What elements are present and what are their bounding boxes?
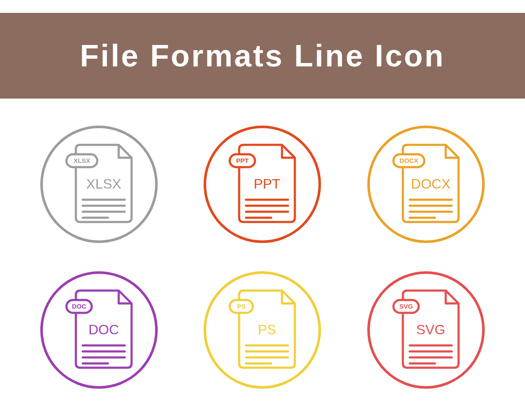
file-format-icon: PPTPPT — [202, 124, 322, 244]
file-icon-xlsx: XLSXXLSX — [39, 124, 159, 244]
file-tag-label: PS — [237, 303, 246, 310]
file-format-icon: SVGSVG — [366, 270, 486, 390]
file-tag-label: SVG — [399, 303, 413, 310]
file-icon-docx: DOCXDOCX — [366, 124, 486, 244]
file-format-icon: XLSXXLSX — [39, 124, 159, 244]
file-icon-ppt: PPTPPT — [202, 124, 322, 244]
file-tag-label: XLSX — [73, 157, 90, 164]
file-format-label: DOC — [88, 322, 119, 337]
file-format-label: SVG — [416, 322, 445, 337]
file-format-label: DOCX — [411, 176, 450, 192]
file-format-icon: DOCDOC — [39, 270, 159, 390]
file-format-label: PS — [258, 322, 276, 337]
file-format-icon: DOCXDOCX — [366, 124, 486, 244]
file-icon-doc: DOCDOC — [39, 270, 159, 390]
header-banner: File Formats Line Icon — [0, 13, 525, 99]
file-format-label: XLSX — [86, 176, 121, 192]
file-format-icon: PSPS — [202, 270, 322, 390]
file-tag-label: DOC — [72, 303, 87, 310]
icon-grid: XLSXXLSX PPTPPT DOCXDOCX DOCDOC PSPS SVG… — [0, 99, 525, 407]
file-tag-label: DOCX — [399, 157, 418, 164]
page-title: File Formats Line Icon — [80, 38, 445, 73]
file-format-label: PPT — [254, 176, 280, 192]
file-tag-label: PPT — [236, 157, 249, 164]
file-icon-ps: PSPS — [202, 270, 322, 390]
file-icon-svg: SVGSVG — [366, 270, 486, 390]
